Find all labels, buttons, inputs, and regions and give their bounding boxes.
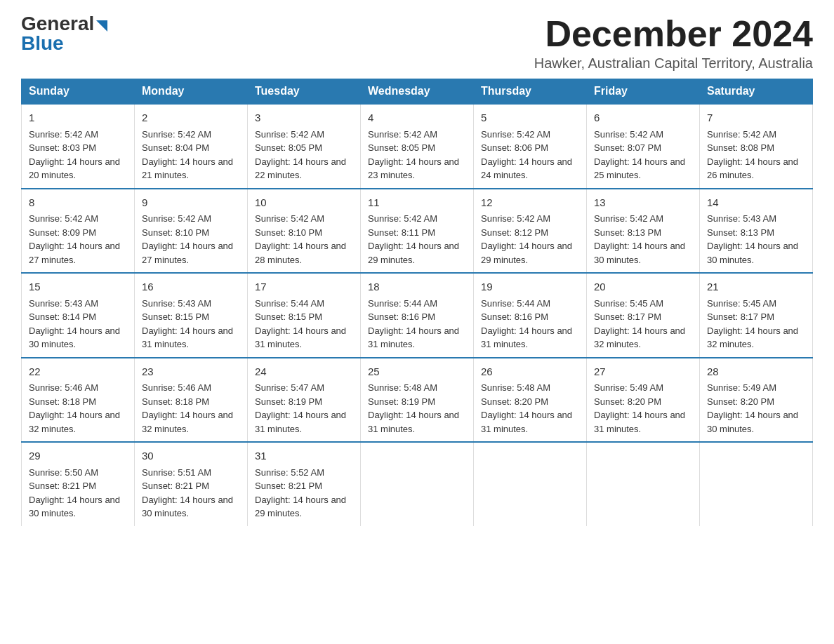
calendar-day-cell: 20 Sunrise: 5:45 AMSunset: 8:17 PMDaylig… <box>587 273 700 358</box>
day-info: Sunrise: 5:42 AMSunset: 8:09 PMDaylight:… <box>29 213 120 265</box>
calendar-day-cell: 5 Sunrise: 5:42 AMSunset: 8:06 PMDayligh… <box>474 104 587 189</box>
day-info: Sunrise: 5:45 AMSunset: 8:17 PMDaylight:… <box>594 298 685 350</box>
weekday-header-thursday: Thursday <box>474 79 587 105</box>
day-number: 22 <box>29 364 127 380</box>
day-info: Sunrise: 5:44 AMSunset: 8:15 PMDaylight:… <box>255 298 346 350</box>
day-info: Sunrise: 5:44 AMSunset: 8:16 PMDaylight:… <box>368 298 459 350</box>
calendar-day-cell: 3 Sunrise: 5:42 AMSunset: 8:05 PMDayligh… <box>248 104 361 189</box>
location-title: Hawker, Australian Capital Territory, Au… <box>534 55 813 72</box>
day-number: 19 <box>481 279 579 295</box>
day-info: Sunrise: 5:47 AMSunset: 8:19 PMDaylight:… <box>255 382 346 434</box>
day-info: Sunrise: 5:42 AMSunset: 8:13 PMDaylight:… <box>594 213 685 265</box>
weekday-header-friday: Friday <box>587 79 700 105</box>
weekday-header-saturday: Saturday <box>700 79 813 105</box>
weekday-header-tuesday: Tuesday <box>248 79 361 105</box>
day-number: 29 <box>29 448 127 464</box>
day-info: Sunrise: 5:48 AMSunset: 8:20 PMDaylight:… <box>481 382 572 434</box>
calendar-week-row: 29 Sunrise: 5:50 AMSunset: 8:21 PMDaylig… <box>22 442 813 526</box>
day-number: 1 <box>29 110 127 126</box>
calendar-day-cell: 12 Sunrise: 5:42 AMSunset: 8:12 PMDaylig… <box>474 189 587 274</box>
day-info: Sunrise: 5:43 AMSunset: 8:13 PMDaylight:… <box>707 213 798 265</box>
day-info: Sunrise: 5:42 AMSunset: 8:10 PMDaylight:… <box>255 213 346 265</box>
day-number: 20 <box>594 279 692 295</box>
day-info: Sunrise: 5:49 AMSunset: 8:20 PMDaylight:… <box>707 382 798 434</box>
calendar-day-cell: 19 Sunrise: 5:44 AMSunset: 8:16 PMDaylig… <box>474 273 587 358</box>
weekday-header-wednesday: Wednesday <box>361 79 474 105</box>
day-number: 2 <box>142 110 240 126</box>
day-number: 14 <box>707 195 805 211</box>
calendar-week-row: 15 Sunrise: 5:43 AMSunset: 8:14 PMDaylig… <box>22 273 813 358</box>
calendar-day-cell: 21 Sunrise: 5:45 AMSunset: 8:17 PMDaylig… <box>700 273 813 358</box>
day-number: 4 <box>368 110 466 126</box>
day-info: Sunrise: 5:46 AMSunset: 8:18 PMDaylight:… <box>142 382 233 434</box>
logo-line2: Blue <box>21 32 64 55</box>
day-info: Sunrise: 5:42 AMSunset: 8:10 PMDaylight:… <box>142 213 233 265</box>
calendar-day-cell: 29 Sunrise: 5:50 AMSunset: 8:21 PMDaylig… <box>22 442 135 526</box>
day-number: 9 <box>142 195 240 211</box>
day-number: 23 <box>142 364 240 380</box>
calendar-day-cell: 13 Sunrise: 5:42 AMSunset: 8:13 PMDaylig… <box>587 189 700 274</box>
logo-text: General <box>21 14 107 34</box>
day-info: Sunrise: 5:42 AMSunset: 8:11 PMDaylight:… <box>368 213 459 265</box>
day-number: 12 <box>481 195 579 211</box>
day-number: 26 <box>481 364 579 380</box>
day-number: 25 <box>368 364 466 380</box>
day-number: 27 <box>594 364 692 380</box>
day-info: Sunrise: 5:42 AMSunset: 8:08 PMDaylight:… <box>707 129 798 181</box>
calendar-empty-cell <box>587 442 700 526</box>
day-number: 7 <box>707 110 805 126</box>
calendar-day-cell: 26 Sunrise: 5:48 AMSunset: 8:20 PMDaylig… <box>474 358 587 443</box>
day-info: Sunrise: 5:45 AMSunset: 8:17 PMDaylight:… <box>707 298 798 350</box>
day-info: Sunrise: 5:42 AMSunset: 8:12 PMDaylight:… <box>481 213 572 265</box>
day-info: Sunrise: 5:42 AMSunset: 8:05 PMDaylight:… <box>368 129 459 181</box>
day-info: Sunrise: 5:42 AMSunset: 8:03 PMDaylight:… <box>29 129 120 181</box>
calendar-table: SundayMondayTuesdayWednesdayThursdayFrid… <box>21 79 813 526</box>
day-info: Sunrise: 5:49 AMSunset: 8:20 PMDaylight:… <box>594 382 685 434</box>
calendar-day-cell: 31 Sunrise: 5:52 AMSunset: 8:21 PMDaylig… <box>248 442 361 526</box>
calendar-day-cell: 18 Sunrise: 5:44 AMSunset: 8:16 PMDaylig… <box>361 273 474 358</box>
calendar-empty-cell <box>474 442 587 526</box>
day-info: Sunrise: 5:44 AMSunset: 8:16 PMDaylight:… <box>481 298 572 350</box>
weekday-header-monday: Monday <box>135 79 248 105</box>
day-info: Sunrise: 5:42 AMSunset: 8:05 PMDaylight:… <box>255 129 346 181</box>
calendar-week-row: 8 Sunrise: 5:42 AMSunset: 8:09 PMDayligh… <box>22 189 813 274</box>
day-info: Sunrise: 5:42 AMSunset: 8:06 PMDaylight:… <box>481 129 572 181</box>
calendar-day-cell: 9 Sunrise: 5:42 AMSunset: 8:10 PMDayligh… <box>135 189 248 274</box>
day-info: Sunrise: 5:52 AMSunset: 8:21 PMDaylight:… <box>255 467 346 519</box>
day-number: 11 <box>368 195 466 211</box>
day-number: 3 <box>255 110 353 126</box>
day-number: 15 <box>29 279 127 295</box>
calendar-day-cell: 23 Sunrise: 5:46 AMSunset: 8:18 PMDaylig… <box>135 358 248 443</box>
day-number: 21 <box>707 279 805 295</box>
day-info: Sunrise: 5:46 AMSunset: 8:18 PMDaylight:… <box>29 382 120 434</box>
calendar-day-cell: 28 Sunrise: 5:49 AMSunset: 8:20 PMDaylig… <box>700 358 813 443</box>
calendar-week-row: 1 Sunrise: 5:42 AMSunset: 8:03 PMDayligh… <box>22 104 813 189</box>
calendar-day-cell: 7 Sunrise: 5:42 AMSunset: 8:08 PMDayligh… <box>700 104 813 189</box>
calendar-day-cell: 11 Sunrise: 5:42 AMSunset: 8:11 PMDaylig… <box>361 189 474 274</box>
calendar-day-cell: 30 Sunrise: 5:51 AMSunset: 8:21 PMDaylig… <box>135 442 248 526</box>
calendar-day-cell: 4 Sunrise: 5:42 AMSunset: 8:05 PMDayligh… <box>361 104 474 189</box>
calendar-day-cell: 24 Sunrise: 5:47 AMSunset: 8:19 PMDaylig… <box>248 358 361 443</box>
day-number: 10 <box>255 195 353 211</box>
day-info: Sunrise: 5:51 AMSunset: 8:21 PMDaylight:… <box>142 467 233 519</box>
day-info: Sunrise: 5:43 AMSunset: 8:14 PMDaylight:… <box>29 298 120 350</box>
calendar-day-cell: 8 Sunrise: 5:42 AMSunset: 8:09 PMDayligh… <box>22 189 135 274</box>
calendar-week-row: 22 Sunrise: 5:46 AMSunset: 8:18 PMDaylig… <box>22 358 813 443</box>
day-number: 24 <box>255 364 353 380</box>
day-number: 30 <box>142 448 240 464</box>
calendar-day-cell: 14 Sunrise: 5:43 AMSunset: 8:13 PMDaylig… <box>700 189 813 274</box>
day-number: 13 <box>594 195 692 211</box>
day-number: 17 <box>255 279 353 295</box>
day-info: Sunrise: 5:48 AMSunset: 8:19 PMDaylight:… <box>368 382 459 434</box>
weekday-header-sunday: Sunday <box>22 79 135 105</box>
calendar-day-cell: 16 Sunrise: 5:43 AMSunset: 8:15 PMDaylig… <box>135 273 248 358</box>
day-number: 31 <box>255 448 353 464</box>
day-number: 8 <box>29 195 127 211</box>
day-info: Sunrise: 5:42 AMSunset: 8:07 PMDaylight:… <box>594 129 685 181</box>
calendar-day-cell: 15 Sunrise: 5:43 AMSunset: 8:14 PMDaylig… <box>22 273 135 358</box>
calendar-empty-cell <box>700 442 813 526</box>
day-number: 16 <box>142 279 240 295</box>
day-info: Sunrise: 5:50 AMSunset: 8:21 PMDaylight:… <box>29 467 120 519</box>
day-number: 5 <box>481 110 579 126</box>
logo: General Blue <box>21 14 107 55</box>
